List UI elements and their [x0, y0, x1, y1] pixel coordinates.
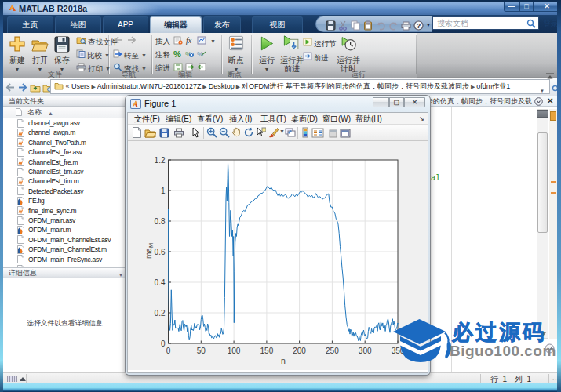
svg-text:n: n [281, 356, 286, 365]
svg-text:必过源码: 必过源码 [451, 321, 546, 344]
svg-text:0: 0 [161, 339, 166, 348]
svg-text:100: 100 [228, 347, 241, 355]
svg-text:Biguo100.com: Biguo100.com [450, 343, 556, 359]
svg-text:fx: fx [186, 36, 192, 45]
svg-text:50: 50 [197, 347, 206, 355]
svg-text:1.2: 1.2 [155, 156, 166, 165]
svg-text:?: ? [417, 22, 421, 30]
svg-text:0.4: 0.4 [155, 278, 166, 287]
svg-text:0.6: 0.6 [155, 248, 166, 256]
svg-text:250: 250 [326, 347, 339, 355]
svg-text:0.2: 0.2 [155, 309, 166, 318]
svg-text:300: 300 [359, 347, 372, 355]
svg-text:0.8: 0.8 [155, 217, 166, 226]
svg-text:150: 150 [260, 347, 274, 355]
svg-text:%: % [173, 49, 181, 58]
svg-text:200: 200 [293, 347, 306, 355]
svg-text:1: 1 [161, 187, 166, 195]
svg-text:0: 0 [166, 347, 171, 355]
svg-text:maM: maM [144, 243, 155, 259]
